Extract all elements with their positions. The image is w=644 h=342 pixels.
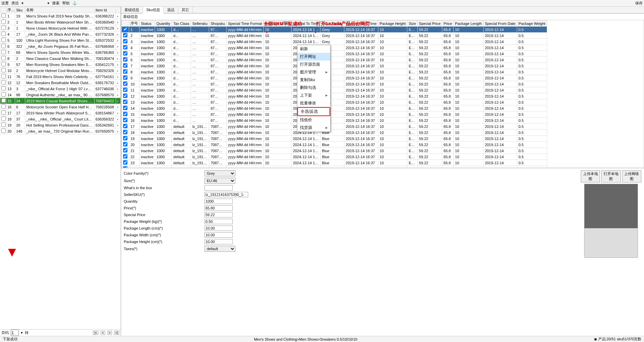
table-row[interactable]: 1176Fall 2019 Men's Shoes Web Celebrity … (0, 74, 121, 80)
row-checkbox[interactable] (123, 130, 127, 134)
table-row[interactable]: 21Men Boots Winter Waterproof Men Shoes … (0, 19, 121, 25)
table-row[interactable]: 17172019 New Winter Plush Waterproof Sno… (0, 110, 121, 116)
table-row[interactable]: 18inactive1000defaultlz_191…7087…yyyy-MM… (122, 130, 547, 136)
row-checkbox[interactable] (1, 68, 6, 72)
menu-settings[interactable]: 设置 (1, 1, 9, 6)
table-header[interactable]: Package Width (263, 21, 291, 27)
input-qty[interactable] (204, 199, 233, 204)
row-checkbox[interactable] (1, 50, 6, 54)
table-row[interactable]: 9inactive1000d……87…yyyy-MM-dd HH:mm10202… (122, 75, 547, 81)
table-header[interactable]: Price (442, 21, 454, 27)
table-row[interactable]: 417_nike_ Zoom 2K Black And White Panda … (0, 31, 121, 37)
ctx-batch-mod[interactable]: 批量修改 (297, 99, 330, 107)
pager-first-button[interactable]: |< (93, 331, 98, 335)
table-header[interactable] (122, 21, 129, 27)
table-row[interactable]: 119Men's Shoes Fall 2019 New Daddy Shoes… (0, 13, 121, 19)
table-header[interactable]: Sku (15, 7, 25, 13)
menu-dropdown-icon[interactable]: ▾ (22, 1, 24, 5)
row-checkbox[interactable] (1, 86, 6, 91)
row-checkbox[interactable] (123, 88, 127, 92)
table-row[interactable]: 8inactive1000d……87…yyyy-MM-dd HH:mm10202… (122, 69, 547, 75)
table-row[interactable]: 14inactive1000d……87…yyyy-MM-dd HH:mm1020… (122, 105, 547, 111)
input-pweight[interactable] (204, 219, 233, 224)
table-header[interactable]: Package Length (454, 21, 484, 27)
row-checkbox[interactable] (1, 62, 6, 66)
row-checkbox[interactable] (123, 160, 127, 165)
ctx-open-url[interactable]: 打开网址 (297, 53, 330, 61)
row-checkbox[interactable] (123, 118, 127, 122)
row-checkbox[interactable] (123, 148, 127, 152)
table-row[interactable]: 20inactive1000defaultlz_191…7087…yyyy-MM… (122, 142, 547, 148)
row-checkbox[interactable] (123, 100, 127, 104)
row-checkbox[interactable] (1, 26, 6, 30)
table-row[interactable]: 15242019 Men's Casual Basketball Shoes A… (0, 98, 121, 104)
select-size[interactable]: EU:46 (204, 178, 235, 184)
pager-page-input[interactable] (11, 330, 19, 336)
input-sellersku[interactable] (204, 192, 248, 197)
table-header[interactable] (0, 7, 6, 13)
table-row[interactable]: 7inactive1000d……87…yyyy-MM-dd HH:mm10202… (122, 63, 547, 69)
btn-upload-net[interactable]: 上传网络图 (622, 170, 641, 182)
ctx-open-src[interactable]: 打开源页面 (297, 61, 330, 68)
row-checkbox[interactable] (1, 20, 6, 24)
menu-help[interactable]: 帮助 (62, 1, 70, 6)
ctx-find-low[interactable]: 找低价 (297, 116, 330, 124)
tab-options[interactable]: 选品 (164, 7, 178, 13)
btn-upload-local[interactable]: 上传本地图 (581, 170, 600, 182)
tab-basic[interactable]: 基础信息 (121, 7, 143, 13)
table-row[interactable]: 3inactive1000d……87…yyyy-MM-dd HH:mm10202… (122, 39, 547, 45)
table-header[interactable]: Shopsku (209, 21, 227, 27)
row-checkbox[interactable] (123, 154, 127, 159)
btn-open-local[interactable]: 打开本地图 (601, 170, 620, 182)
row-checkbox[interactable] (123, 106, 127, 110)
pager-prev-button[interactable]: < (101, 331, 105, 335)
pager-dropdown-icon[interactable]: ▾ (21, 331, 23, 335)
input-sprice[interactable] (204, 212, 233, 217)
table-row[interactable]: 21inactive1000defaultlz_191…7087…yyyy-MM… (122, 148, 547, 154)
table-header[interactable]: 序号 (6, 7, 15, 13)
select-tax[interactable]: default (204, 246, 235, 252)
tab-other[interactable]: 其它 (178, 7, 193, 13)
table-row[interactable]: 82New Classics Casual Men Walking Shoes … (0, 56, 121, 62)
row-checkbox[interactable] (1, 110, 6, 115)
table-row[interactable]: 5100Ultra-Light Running Shoes For Men St… (0, 37, 121, 43)
anchor-icon[interactable]: ⚓ (72, 1, 77, 5)
row-checkbox[interactable] (1, 123, 6, 127)
table-header[interactable]: Size (407, 21, 417, 27)
table-row[interactable]: 31None Unisex Motorcycle Helmet With Gog… (0, 25, 121, 31)
table-header[interactable]: Special Time Format (227, 21, 264, 27)
table-header[interactable]: Package Height (378, 21, 407, 27)
table-header[interactable]: 序号 (129, 21, 140, 27)
ctx-find-src[interactable]: 找货源 (297, 124, 330, 132)
table-row[interactable]: 20148_nike_ air max_ 720 Original Man Ru… (0, 128, 121, 134)
row-checkbox[interactable] (1, 129, 6, 133)
table-row[interactable]: 16inactive1000d……87…yyyy-MM-dd HH:mm1020… (122, 117, 547, 124)
table-row[interactable]: 22inactive1000defaultlz_191…7087…yyyy-MM… (122, 154, 547, 160)
ctx-select-all[interactable]: 全选/反选 (297, 107, 330, 116)
row-checkbox[interactable] (123, 45, 127, 49)
input-pwidth[interactable] (204, 232, 233, 238)
table-row[interactable]: 19inactive1000defaultlz_191…7087…yyyy-MM… (122, 136, 547, 142)
table-row[interactable]: 13inactive1000d……87…yyyy-MM-dd HH:mm1020… (122, 99, 547, 105)
table-row[interactable]: 12inactive1000d……87…yyyy-MM-dd HH:mm1020… (122, 93, 547, 99)
table-header[interactable]: Sellersku (191, 21, 209, 27)
row-checkbox[interactable] (123, 136, 127, 140)
row-checkbox[interactable] (1, 74, 6, 78)
table-row[interactable]: 17inactive1000defaultlz_191…7087…yyyy-MM… (122, 124, 547, 130)
table-row[interactable]: 10inactive1000d……87…yyyy-MM-dd HH:mm1020… (122, 81, 547, 87)
select-color[interactable]: Grey (204, 170, 235, 176)
row-checkbox[interactable] (123, 112, 127, 116)
row-checkbox[interactable] (123, 124, 127, 128)
row-checkbox[interactable] (1, 13, 6, 18)
table-row[interactable]: 1488Original Authentic _nike_ air max_ 9… (0, 92, 121, 98)
table-header[interactable]: 名称 (25, 7, 94, 13)
table-row[interactable]: 133_nike_ Official Air Force 1 High '07 … (0, 86, 121, 92)
row-checkbox[interactable] (123, 75, 127, 80)
row-checkbox[interactable] (1, 80, 6, 84)
table-row[interactable]: 23inactive1000defaultlz_191…7087…yyyy-MM… (122, 160, 547, 166)
table-header[interactable]: Special From Date (483, 21, 517, 27)
table-row[interactable]: 6322_nike_ Air Zoom Pegasus 35 Fall Runn… (0, 43, 121, 49)
pager-go[interactable]: 转 (25, 330, 29, 335)
table-row[interactable]: 24inactive1000defaultlz_191…7087…yyyy-MM… (122, 166, 547, 168)
table-header[interactable]: Status (140, 21, 155, 27)
